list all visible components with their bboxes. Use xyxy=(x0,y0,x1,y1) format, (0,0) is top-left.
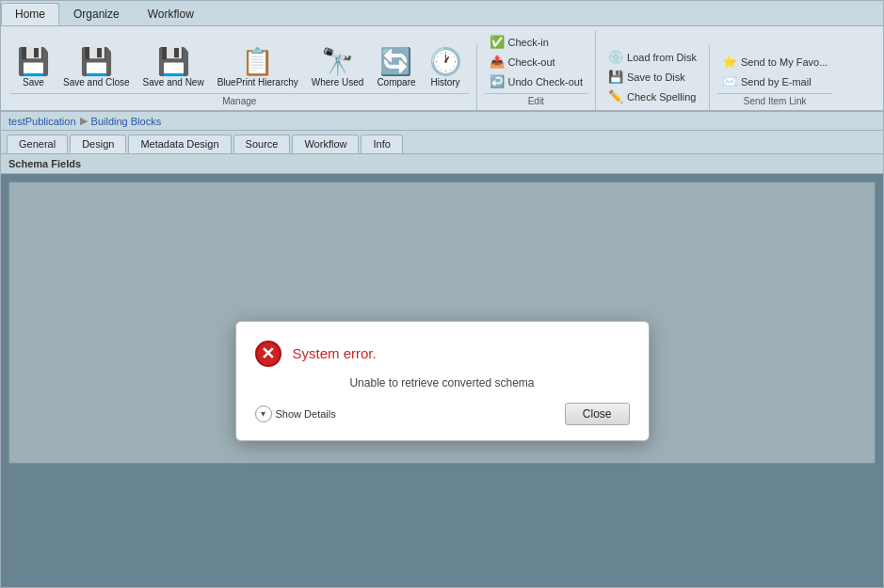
send-email-button[interactable]: ✉️ Send by E-mail xyxy=(717,72,832,91)
tab-home[interactable]: Home xyxy=(1,3,59,25)
undo-checkout-icon: ↩️ xyxy=(490,74,505,88)
breadcrumb-publication[interactable]: testPublication xyxy=(8,116,76,127)
show-details-label: Show Details xyxy=(276,408,336,420)
send-group: ⭐ Send to My Favo... ✉️ Send by E-mail S… xyxy=(714,50,840,110)
breadcrumb-sep: ▶ xyxy=(80,115,88,127)
save-disk-label: Save to Disk xyxy=(627,72,685,83)
save-new-button[interactable]: 💾 Save and New xyxy=(137,44,211,91)
tab-workflow-content[interactable]: Workflow xyxy=(292,135,359,153)
content-tabs: General Design Metadata Design Source Wo… xyxy=(1,131,883,154)
check-spelling-icon: ✏️ xyxy=(608,89,623,103)
manage-group: 💾 Save 💾 Save and Close 💾 Save and New 📋… xyxy=(7,44,477,110)
save-button[interactable]: 💾 Save xyxy=(10,44,56,91)
error-dialog: ✕ System error. Unable to retrieve conve… xyxy=(235,321,650,441)
main-window: Home Organize Workflow 💾 Save 💾 Save and… xyxy=(0,0,884,588)
save-disk-icon: 💾 xyxy=(608,70,623,84)
breadcrumb-building-blocks[interactable]: Building Blocks xyxy=(91,116,162,127)
whereused-icon: 🔭 xyxy=(321,49,354,75)
save-new-icon: 💾 xyxy=(157,49,190,75)
checkout-button[interactable]: 📤 Check-out xyxy=(485,52,588,72)
send-email-icon: ✉️ xyxy=(722,74,737,88)
send-label: Send Item Link xyxy=(717,93,832,106)
blueprint-icon: 📋 xyxy=(241,49,274,75)
manage-buttons: 💾 Save 💾 Save and Close 💾 Save and New 📋… xyxy=(10,44,469,91)
breadcrumb: testPublication ▶ Building Blocks xyxy=(1,112,883,131)
content-area: ✕ System error. Unable to retrieve conve… xyxy=(1,174,883,587)
dialog-title: System error. xyxy=(293,345,377,361)
history-button[interactable]: 🕐 History xyxy=(423,44,469,91)
tab-info[interactable]: Info xyxy=(361,135,402,153)
compare-button[interactable]: 🔄 Compare xyxy=(370,44,422,91)
show-details-button[interactable]: ▾ Show Details xyxy=(255,405,336,422)
send-fav-icon: ⭐ xyxy=(722,55,737,69)
checkout-label: Check-out xyxy=(508,56,555,68)
chevron-down-icon: ▾ xyxy=(255,405,272,422)
load-disk-label: Load from Disk xyxy=(627,52,697,63)
ribbon-tabs: Home Organize Workflow xyxy=(1,1,883,26)
load-disk-icon: 💿 xyxy=(608,50,623,64)
tab-metadata[interactable]: Metadata Design xyxy=(128,135,231,153)
tab-source[interactable]: Source xyxy=(233,135,291,153)
dialog-footer: ▾ Show Details Close xyxy=(255,403,630,425)
checkin-icon: ✅ xyxy=(490,35,505,49)
send-fav-label: Send to My Favo... xyxy=(741,56,828,68)
disk-group: 💿 Load from Disk 💾 Save to Disk ✏️ Check… xyxy=(600,45,710,110)
tab-general[interactable]: General xyxy=(7,135,68,153)
checkin-button[interactable]: ✅ Check-in xyxy=(485,32,588,52)
dialog-overlay: ✕ System error. Unable to retrieve conve… xyxy=(1,174,883,587)
check-spelling-button[interactable]: ✏️ Check Spelling xyxy=(603,87,701,106)
send-fav-button[interactable]: ⭐ Send to My Favo... xyxy=(717,52,832,72)
error-icon: ✕ xyxy=(255,341,281,367)
schema-fields-label: Schema Fields xyxy=(8,158,81,169)
check-spelling-label: Check Spelling xyxy=(627,91,696,103)
manage-label: Manage xyxy=(10,93,469,106)
compare-icon: 🔄 xyxy=(379,49,412,75)
undo-checkout-button[interactable]: ↩️ Undo Check-out xyxy=(485,72,588,91)
send-email-label: Send by E-mail xyxy=(741,76,812,87)
dialog-message: Unable to retrieve converted schema xyxy=(255,376,630,389)
edit-label: Edit xyxy=(485,93,588,106)
close-button[interactable]: Close xyxy=(565,403,630,425)
save-close-button[interactable]: 💾 Save and Close xyxy=(56,44,137,91)
tab-workflow[interactable]: Workflow xyxy=(134,3,208,25)
save-disk-button[interactable]: 💾 Save to Disk xyxy=(603,67,701,87)
load-disk-button[interactable]: 💿 Load from Disk xyxy=(603,47,701,67)
save-icon: 💾 xyxy=(17,49,50,75)
history-icon: 🕐 xyxy=(429,49,462,75)
checkout-icon: 📤 xyxy=(490,55,505,69)
blueprint-button[interactable]: 📋 BluePrint Hierarchy xyxy=(211,44,305,91)
dialog-header: ✕ System error. xyxy=(255,341,630,367)
checkin-label: Check-in xyxy=(508,37,549,48)
tab-design[interactable]: Design xyxy=(70,135,126,153)
tab-organize[interactable]: Organize xyxy=(59,3,134,25)
save-close-icon: 💾 xyxy=(80,49,113,75)
edit-group: ✅ Check-in 📤 Check-out ↩️ Undo Check-out… xyxy=(481,30,597,110)
undo-checkout-label: Undo Check-out xyxy=(508,76,584,87)
schema-section: Schema Fields xyxy=(1,154,883,174)
ribbon-toolbar: 💾 Save 💾 Save and Close 💾 Save and New 📋… xyxy=(1,26,883,112)
whereused-button[interactable]: 🔭 Where Used xyxy=(305,44,371,91)
